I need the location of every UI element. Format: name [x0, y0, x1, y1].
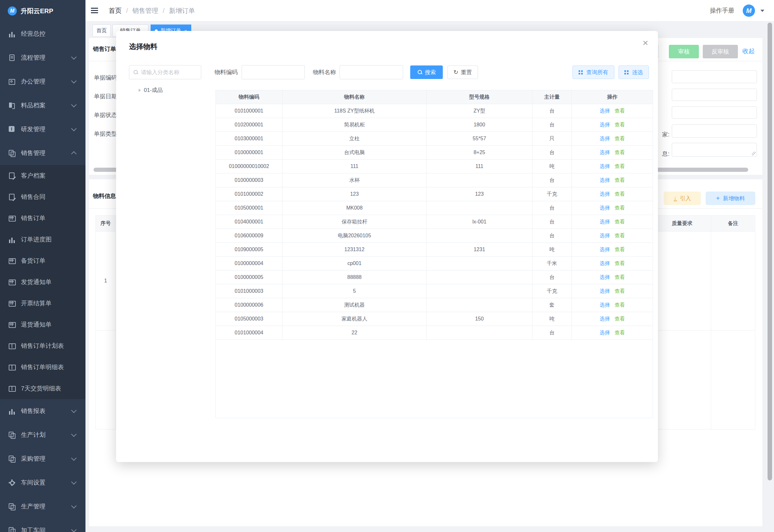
- chevron-icon: [71, 126, 77, 131]
- collapse-link[interactable]: 收起: [742, 47, 755, 55]
- view-link[interactable]: 查看: [615, 232, 625, 239]
- vertical-scrollbar[interactable]: [768, 23, 772, 480]
- view-link[interactable]: 查看: [615, 288, 625, 295]
- chevron-icon: [71, 503, 77, 508]
- unaudit-button[interactable]: 反审核: [703, 45, 738, 58]
- view-link[interactable]: 查看: [615, 149, 625, 156]
- view-link[interactable]: 查看: [615, 219, 625, 225]
- query-all-button[interactable]: 查询所有: [572, 65, 614, 79]
- sidebar-subitem[interactable]: 销售订单明细表: [0, 357, 85, 378]
- reset-button[interactable]: ↻ 重置: [447, 65, 478, 79]
- right-form-input-1[interactable]: [672, 70, 757, 83]
- view-link[interactable]: 查看: [615, 246, 625, 253]
- select-link[interactable]: 选择: [600, 163, 610, 170]
- sidebar-subitem[interactable]: 备货订单: [0, 250, 85, 271]
- select-link[interactable]: 选择: [600, 135, 610, 142]
- sidebar-item[interactable]: 销售管理: [0, 141, 85, 165]
- view-link[interactable]: 查看: [615, 274, 625, 281]
- manual-link[interactable]: 操作手册: [710, 6, 734, 15]
- view-link[interactable]: 查看: [615, 163, 625, 170]
- view-link[interactable]: 查看: [615, 108, 625, 114]
- sidebar-subitem-label: 销售订单: [21, 214, 45, 222]
- sidebar-item[interactable]: 生产管理: [0, 495, 85, 518]
- right-form-input-3[interactable]: [672, 106, 757, 119]
- select-link[interactable]: 选择: [600, 316, 610, 322]
- right-form-input-4[interactable]: [672, 124, 757, 138]
- tab-home[interactable]: 首页: [93, 25, 111, 37]
- table-row: 0105000001 MK008 台 选择 查看: [216, 201, 653, 215]
- sidebar-subitem[interactable]: 销售合同: [0, 186, 85, 208]
- select-link[interactable]: 选择: [600, 177, 610, 184]
- search-button[interactable]: 搜索: [410, 65, 443, 79]
- sidebar-item[interactable]: 采购管理: [0, 447, 85, 471]
- select-link[interactable]: 选择: [600, 191, 610, 198]
- cell-name: 简易机柜: [283, 118, 427, 132]
- material-name-input[interactable]: [340, 65, 403, 79]
- view-link[interactable]: 查看: [615, 316, 625, 322]
- sidebar-subitem[interactable]: 开票结算单: [0, 293, 85, 314]
- sidebar-subitem[interactable]: 发货通知单: [0, 271, 85, 293]
- remark-textarea[interactable]: [672, 143, 757, 157]
- view-link[interactable]: 查看: [615, 177, 625, 184]
- sidebar-item[interactable]: 加工车间: [0, 518, 85, 532]
- table-row: 0105000003 家庭机器人 150 吨 选择 查看: [216, 312, 653, 326]
- select-link[interactable]: 选择: [600, 122, 610, 128]
- sidebar-subitem-label: 销售订单明细表: [21, 363, 64, 371]
- view-link[interactable]: 查看: [615, 302, 625, 309]
- cell-name: 保存箱拉杆: [283, 215, 427, 229]
- select-link[interactable]: 选择: [600, 288, 610, 295]
- resize-grip-icon[interactable]: [752, 152, 756, 155]
- select-link[interactable]: 选择: [600, 274, 610, 281]
- select-link[interactable]: 选择: [600, 260, 610, 267]
- sidebar-item[interactable]: 流程管理: [0, 46, 85, 70]
- category-search-input[interactable]: 请输入分类名称: [129, 65, 201, 79]
- select-link[interactable]: 选择: [600, 302, 610, 309]
- sidebar-subitem[interactable]: 订单进度图: [0, 229, 85, 250]
- sidebar-subitem[interactable]: 客户档案: [0, 165, 85, 186]
- sidebar-item-label: 车间设置: [21, 478, 45, 487]
- close-icon[interactable]: ×: [642, 38, 648, 48]
- sidebar-item[interactable]: 销售报表: [0, 399, 85, 423]
- sidebar-item[interactable]: 车间设置: [0, 471, 85, 495]
- sidebar-item[interactable]: 研发管理: [0, 117, 85, 141]
- hamburger-icon[interactable]: [91, 8, 98, 14]
- plus-icon: +: [716, 195, 720, 202]
- table-row: 0100000004 cp001 千米 选择 查看: [216, 257, 653, 271]
- material-code-input[interactable]: [242, 65, 305, 79]
- breadcrumb-home[interactable]: 首页: [109, 6, 122, 15]
- view-link[interactable]: 查看: [615, 205, 625, 212]
- select-link[interactable]: 选择: [600, 232, 610, 239]
- select-link[interactable]: 选择: [600, 246, 610, 253]
- sidebar-item[interactable]: 料品档案: [0, 94, 85, 117]
- tree-node-label: 01-成品: [144, 86, 163, 94]
- avatar[interactable]: M: [743, 5, 755, 17]
- import-button[interactable]: ↓ 引入: [664, 192, 701, 205]
- sidebar-item[interactable]: 经营总控: [0, 22, 85, 46]
- multi-select-button[interactable]: 连选: [619, 65, 649, 79]
- cell-spec: 111: [427, 160, 532, 173]
- select-link[interactable]: 选择: [600, 205, 610, 212]
- sidebar-subitem[interactable]: 7天交货明细表: [0, 378, 85, 399]
- tree-node-finished-goods[interactable]: 01-成品: [139, 86, 163, 94]
- sidebar-item[interactable]: 办公管理: [0, 70, 85, 94]
- cell-actions: 选择 查看: [572, 326, 653, 340]
- sidebar-subitem[interactable]: 销售订单计划表: [0, 335, 85, 357]
- audit-button[interactable]: 审核: [669, 45, 699, 58]
- right-form-input-2[interactable]: [672, 89, 757, 101]
- view-link[interactable]: 查看: [615, 191, 625, 198]
- view-link[interactable]: 查看: [615, 330, 625, 336]
- sidebar-item[interactable]: 生产计划: [0, 423, 85, 447]
- sidebar-subitem[interactable]: 退货通知单: [0, 314, 85, 335]
- table-row: 0103000001 立柱 55*57 只 选择 查看: [216, 132, 653, 146]
- user-menu-caret-icon[interactable]: [760, 10, 764, 12]
- select-link[interactable]: 选择: [600, 149, 610, 156]
- view-link[interactable]: 查看: [615, 135, 625, 142]
- select-link[interactable]: 选择: [600, 108, 610, 114]
- view-link[interactable]: 查看: [615, 260, 625, 267]
- sidebar-subitem[interactable]: 销售订单: [0, 208, 85, 229]
- app-logo[interactable]: M 升阳云ERP: [0, 0, 85, 22]
- select-link[interactable]: 选择: [600, 219, 610, 225]
- add-material-button[interactable]: + 新增物料: [706, 192, 755, 205]
- view-link[interactable]: 查看: [615, 122, 625, 128]
- select-link[interactable]: 选择: [600, 330, 610, 336]
